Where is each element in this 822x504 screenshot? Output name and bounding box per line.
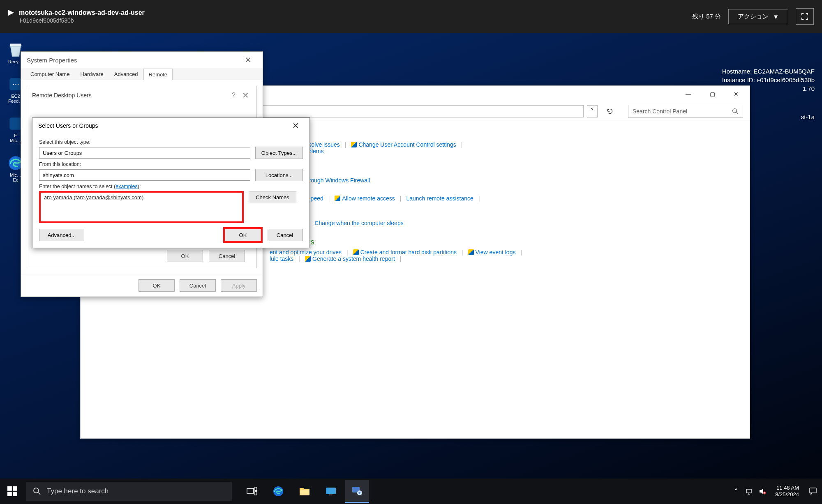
svg-rect-7 xyxy=(13,486,17,491)
action-label: アクション xyxy=(738,13,769,21)
select-users-title: Select Users or Groups xyxy=(38,122,98,129)
svg-point-5 xyxy=(733,108,737,113)
taskbar-search[interactable]: Type here to search xyxy=(26,482,232,501)
svg-point-10 xyxy=(34,488,39,493)
check-names-button[interactable]: Check Names xyxy=(249,191,296,203)
select-users-cancel-button[interactable]: Cancel xyxy=(267,229,303,241)
action-dropdown-button[interactable]: アクション ▼ xyxy=(728,9,788,24)
link-health-report[interactable]: Generate a system health report xyxy=(312,255,395,262)
close-button[interactable]: ✕ xyxy=(724,87,748,101)
sysprop-ok-button[interactable]: OK xyxy=(139,279,175,292)
svg-rect-15 xyxy=(300,490,309,495)
taskbar-search-placeholder: Type here to search xyxy=(47,487,109,495)
shield-icon xyxy=(468,249,474,255)
tab-remote[interactable]: Remote xyxy=(143,69,173,80)
svg-marker-0 xyxy=(8,10,14,16)
svg-rect-6 xyxy=(7,486,12,491)
select-users-ok-button[interactable]: OK xyxy=(225,229,261,241)
rdu-cancel-button[interactable]: Cancel xyxy=(209,250,245,262)
tray-network-icon[interactable] xyxy=(745,487,754,496)
rdu-ok-button[interactable]: OK xyxy=(167,250,203,262)
tab-advanced[interactable]: Advanced xyxy=(109,68,143,80)
category-admin-tools: istrative Tools xyxy=(270,238,733,246)
start-button[interactable] xyxy=(0,479,25,504)
taskbar-explorer-icon[interactable] xyxy=(293,480,316,503)
taskbar-system-properties-icon[interactable] xyxy=(345,480,369,503)
system-properties-title: System Properties xyxy=(27,57,77,64)
desktop: Recy… ⋯ EC2 Feed… E Mic… Mic… Ec Hostnam… xyxy=(0,33,822,479)
instance-id: i-01d9cef6005df530b xyxy=(20,17,145,24)
svg-rect-11 xyxy=(247,488,254,493)
task-view-button[interactable] xyxy=(240,480,264,503)
link-event-logs[interactable]: View event logs xyxy=(476,249,516,255)
category-maintenance: ntenance xyxy=(270,130,733,139)
link-disk-partitions[interactable]: Create and format hard disk partitions xyxy=(360,249,457,255)
category-firewall: er Firewall xyxy=(270,166,733,175)
remote-desktop-users-title: Remote Desktop Users xyxy=(32,92,92,99)
control-panel-search[interactable]: Search Control Panel xyxy=(628,105,743,118)
play-icon xyxy=(8,10,14,16)
svg-rect-8 xyxy=(7,492,12,496)
examples-link[interactable]: examples xyxy=(115,184,138,189)
link-computer-sleeps[interactable]: Change when the computer sleeps xyxy=(314,220,403,226)
svg-rect-12 xyxy=(255,487,257,490)
svg-rect-3 xyxy=(9,117,21,129)
link-schedule-tasks[interactable]: lule tasks xyxy=(270,255,293,262)
shield-icon xyxy=(305,256,311,262)
session-name: mototsuka-ec2-windows-ad-dev-ad-user xyxy=(19,9,145,16)
sysprop-cancel-button[interactable]: Cancel xyxy=(180,279,216,292)
select-users-close-button[interactable]: ✕ xyxy=(287,121,304,131)
refresh-button[interactable] xyxy=(603,105,616,117)
sysprop-apply-button[interactable]: Apply xyxy=(221,279,257,292)
minimize-button[interactable]: — xyxy=(677,87,700,101)
object-types-button[interactable]: Object Types... xyxy=(255,147,303,159)
svg-rect-22 xyxy=(810,488,816,493)
link-launch-remote-assist[interactable]: Launch remote assistance xyxy=(406,195,473,202)
tray-notifications-icon[interactable] xyxy=(807,486,819,497)
svg-rect-9 xyxy=(13,492,17,496)
help-button[interactable]: ? xyxy=(228,92,240,99)
taskbar-edge-icon[interactable] xyxy=(266,480,290,503)
caret-down-icon: ▼ xyxy=(773,13,779,20)
advanced-button[interactable]: Advanced... xyxy=(39,229,84,241)
rdu-close-button[interactable]: ✕ xyxy=(240,90,252,100)
maximize-button[interactable]: ▢ xyxy=(700,87,724,101)
object-names-input[interactable]: aro yamada (taro.yamada@shinyats.com) xyxy=(39,191,244,223)
taskbar-control-panel-icon[interactable] xyxy=(319,480,343,503)
shield-icon xyxy=(335,196,340,201)
search-icon xyxy=(732,108,739,115)
tray-chevron-up-icon[interactable]: ˄ xyxy=(732,487,741,496)
shield-icon xyxy=(351,142,357,147)
location-label: From this location: xyxy=(39,161,303,167)
address-dropdown[interactable]: ˅ xyxy=(587,105,598,117)
svg-rect-16 xyxy=(326,488,336,494)
locations-button[interactable]: Locations... xyxy=(255,169,303,181)
location-input[interactable] xyxy=(39,169,250,181)
link-allow-remote[interactable]: Allow remote access xyxy=(342,195,395,202)
select-users-dialog: Select Users or Groups ✕ Select this obj… xyxy=(32,117,310,248)
svg-rect-20 xyxy=(746,489,751,493)
object-type-input[interactable] xyxy=(39,147,250,159)
tab-hardware[interactable]: Hardware xyxy=(75,68,109,80)
link-optimize-drives[interactable]: ent and optimize your drives xyxy=(270,249,342,255)
taskbar: Type here to search ˄ 11:48 AM 8/25/2024 xyxy=(0,479,822,504)
tray-clock[interactable]: 11:48 AM 8/25/2024 xyxy=(775,485,799,497)
svg-rect-13 xyxy=(255,492,257,495)
svg-text:⋯: ⋯ xyxy=(12,81,19,88)
tray-volume-icon[interactable] xyxy=(758,487,767,496)
search-icon xyxy=(33,487,41,495)
sysprop-close-button[interactable]: ✕ xyxy=(239,54,257,66)
search-placeholder: Search Control Panel xyxy=(633,108,687,115)
object-type-label: Select this object type: xyxy=(39,139,303,145)
svg-rect-17 xyxy=(329,495,332,495)
tab-computer-name[interactable]: Computer Name xyxy=(25,68,75,80)
shield-icon xyxy=(353,249,359,255)
link-uac[interactable]: Change User Account Control settings xyxy=(358,141,456,148)
time-remaining: 残り 57 分 xyxy=(692,13,721,21)
fullscreen-button[interactable] xyxy=(796,8,814,25)
object-names-label: Enter the object names to select (exampl… xyxy=(39,184,303,189)
